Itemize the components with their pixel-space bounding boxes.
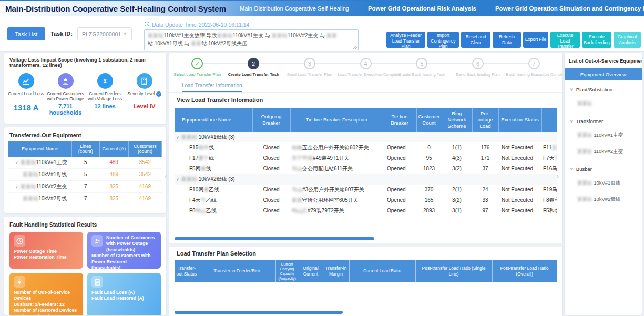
extra-feeder: F8春守 xyxy=(543,197,557,203)
redacted-text: 某某 xyxy=(326,33,337,38)
step-connector xyxy=(338,63,360,64)
equipment-name-cell: ∨某某站110kV#2主变 xyxy=(8,180,71,192)
redacted-text: 宁 xyxy=(201,197,206,203)
clock-icon xyxy=(144,21,150,28)
step-circle: 4 xyxy=(360,58,372,69)
table-row[interactable]: F5网春线Closed马山交公用配电站611开关Opened18233(2)37… xyxy=(175,164,557,174)
nav-item-1[interactable]: Main-Distribution Cooperative Self-Heali… xyxy=(240,5,349,12)
line-name: F5网 xyxy=(189,166,201,171)
column-header: Outgoing Breaker xyxy=(252,108,290,132)
header-nav: Main-Distribution Cooperative Self-Heali… xyxy=(240,5,644,12)
plan-selection-empty-body xyxy=(169,282,562,310)
chevron-down-icon: ∨ xyxy=(570,119,573,124)
column-header: Post-transfer Load Ratio (Overall) xyxy=(492,260,557,282)
line-name: F8 xyxy=(189,208,196,213)
section-title: View Load Transfer Information xyxy=(169,93,562,106)
line-name: F4天 xyxy=(189,197,201,203)
action-button-6[interactable]: Execute Load Transfer xyxy=(550,32,580,48)
outgoing-breaker-cell: Closed xyxy=(252,185,290,195)
stat-2: Current Customers with Power Outage7,711… xyxy=(46,73,85,116)
step-5: 5Create Back-feeding Task xyxy=(394,58,450,80)
data-update-block: Data Update Time 2022-06-10 16:11:14 某某站… xyxy=(144,21,359,50)
tree-group-1[interactable]: ∨Plant/Substation xyxy=(565,80,642,96)
tab-load-transfer-information[interactable]: Load Transfer Information xyxy=(182,83,242,92)
table-row[interactable]: F4天宁乙线Closed某某守所公用环网室605开关Opened1653(2)3… xyxy=(175,195,557,206)
ring-scheme-cell: 4(3) xyxy=(442,153,472,164)
task-id-select[interactable]: PLZG22000001 ▼ xyxy=(77,27,132,40)
tree-item[interactable]: 某某站 10kV#2母线 xyxy=(565,191,642,208)
tree-group-3[interactable]: ∨Busbar xyxy=(565,160,642,175)
tree-item-label: 10kV#1母线 xyxy=(594,180,620,186)
action-button-5[interactable]: Export File xyxy=(523,32,548,48)
table-row[interactable]: F8鸣山乙线Closed鸣山乙#79装79T2开关Opened28933(1)9… xyxy=(175,206,557,216)
card-line: Busbars: 0/Feeders: 0 xyxy=(14,314,79,315)
table-row[interactable]: ∨某某站110kV#1主变54893542 xyxy=(8,157,162,169)
table-row[interactable]: F15联环线Closed创格五金公用户外开关箱602开关Opened01(1)1… xyxy=(175,142,557,153)
customer-count-cell: 95 xyxy=(416,153,442,164)
app-title: Main-Distribution Cooperative Self-Heali… xyxy=(0,4,226,13)
ring-scheme-cell: 1(1) xyxy=(442,142,472,153)
action-button-1[interactable]: Analyze Feeder Load Transfer Plan xyxy=(386,32,425,48)
nav-item-2[interactable]: Power Grid Operational Risk Analysis xyxy=(368,5,476,12)
customers-icon xyxy=(58,73,74,89)
group-row[interactable]: ∨某某站 10kV#1母线 (3) xyxy=(175,132,557,142)
collapse-arrow-icon[interactable]: ∨ xyxy=(15,185,18,189)
current-cell: 489 xyxy=(99,157,128,169)
extra-feeder-cell: F16马山 xyxy=(541,164,557,174)
extra-feeder: F7天 xyxy=(543,155,555,161)
outgoing-breaker-cell: Closed xyxy=(252,195,290,206)
column-header: Transfer-in Feeder/Risk xyxy=(199,260,275,282)
tie-breaker-cell: Opened xyxy=(383,153,416,164)
equipment-name: 10kV#1母线 xyxy=(38,171,67,177)
step-circle: 6 xyxy=(472,58,484,69)
fault-description-box[interactable]: 某某站110kV#1主变故障,导致某某站110kV#1主变 与 某某站110kV… xyxy=(144,29,359,50)
column-header: Customers (count) xyxy=(128,141,161,157)
table-row[interactable]: 某某站10kV#2母线78254169 xyxy=(8,192,162,205)
current-cell: 825 xyxy=(99,192,128,205)
out-of-service-panel: List of Out-of-Service Equipment Equipme… xyxy=(565,53,642,315)
tree-item[interactable]: 某某站 110kV#1主变 xyxy=(565,127,642,144)
extra-feeder: F16马 xyxy=(543,166,557,171)
tree-item[interactable]: 某某站 xyxy=(565,96,642,112)
task-list-button[interactable]: Task List xyxy=(7,27,45,40)
line-name-cell: F10网夏乙线 xyxy=(175,185,252,195)
group-row[interactable]: ∨某某站 10kV#2母线 (3) xyxy=(175,174,557,185)
line-name: 线 xyxy=(206,166,211,171)
step-7: 7Back-feeding Execution Complete xyxy=(506,58,562,80)
tree-item[interactable]: 某某站 110kV#2主变 xyxy=(565,144,642,160)
table-row[interactable]: 某某站10kV#1母线54893542 xyxy=(8,168,162,180)
collapse-arrow-icon[interactable]: ∨ xyxy=(176,177,179,182)
tab-row: Load Transfer Information xyxy=(169,80,562,93)
redacted-text: 某某站 xyxy=(21,184,36,189)
action-button-2[interactable]: Import Contingency Plan xyxy=(427,32,459,48)
column-header: Tie-line Breaker Description xyxy=(290,108,383,132)
action-button-3[interactable]: Reset and Clear xyxy=(461,32,490,48)
clock-icon xyxy=(14,235,25,247)
stat-value: 1318 A xyxy=(14,103,39,112)
table-row[interactable]: ∨某某站110kV#2主变78254169 xyxy=(8,180,162,192)
line-name: 乙线 xyxy=(209,187,219,192)
scroll-right-icon[interactable]: › xyxy=(557,172,559,180)
lines-count-cell: 7 xyxy=(71,192,99,205)
stat-4: Severity Level?Level IV xyxy=(125,73,164,116)
tree-item[interactable]: 某某站 10kV#1母线 xyxy=(565,175,642,191)
action-button-8[interactable]: Graphical Analysis xyxy=(614,32,641,48)
collapse-arrow-icon[interactable]: ∨ xyxy=(176,135,179,140)
table-row[interactable]: F10网夏乙线Closed马山#3公用户外开关箱607开关Opened3702(… xyxy=(175,185,557,195)
horizontal-scrollbar[interactable] xyxy=(175,237,374,240)
execution-status-cell: Not Executed xyxy=(498,153,541,164)
nav-item-3[interactable]: Power Grid Operation Simulation and Cont… xyxy=(495,5,644,12)
horizontal-scrollbar[interactable] xyxy=(175,311,343,314)
action-button-7[interactable]: Execute Back-feeding xyxy=(582,32,611,48)
data-update-label: Data Update Time xyxy=(152,22,197,28)
table-row[interactable]: F17夏宁线Closed天宁甲线#49装49T1开关Opened954(3)17… xyxy=(175,153,557,164)
plan-selection-table: Transfer-out StatusTransfer-in Feeder/Ri… xyxy=(175,260,557,282)
customer-count-cell: 165 xyxy=(416,195,442,206)
resize-handle[interactable] xyxy=(353,45,357,49)
tree-group-2[interactable]: ∨Transformer xyxy=(565,112,642,127)
action-button-4[interactable]: Refresh Data xyxy=(493,32,521,48)
equipment-overview-button[interactable]: Equipment Overview xyxy=(565,68,642,80)
collapse-arrow-icon[interactable]: ∨ xyxy=(15,160,18,165)
scroll-left-icon[interactable]: ‹ xyxy=(165,172,167,180)
help-icon[interactable]: ? xyxy=(156,91,161,97)
